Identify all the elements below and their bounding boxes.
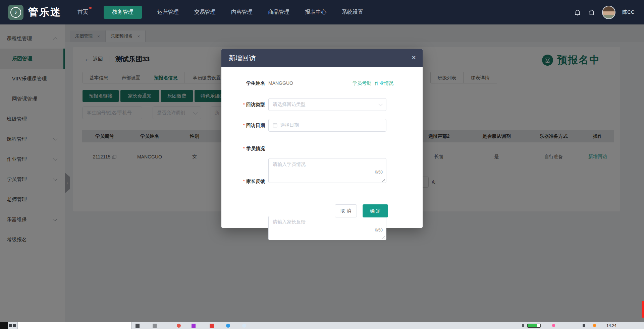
resize-handle-icon[interactable] (382, 179, 385, 182)
char-counter: 0/50 (375, 170, 383, 175)
confirm-button[interactable]: 确 定 (363, 204, 388, 217)
tray-icon[interactable] (583, 324, 585, 327)
orange-tray-icon[interactable] (593, 324, 596, 327)
user-name[interactable]: 陈CC (622, 9, 635, 15)
student-situation-label: *学员情况 (221, 146, 265, 152)
followup-date-label: *回访日期 (221, 119, 265, 132)
search-icon[interactable] (13, 324, 16, 327)
taskbar-search-box[interactable] (17, 322, 131, 329)
app-screen: ♪ 管乐迷 首页 教务管理 运营管理 交易管理 内容管理 商品管理 报表中心 系… (0, 0, 644, 329)
scrollbar-thumb[interactable] (642, 301, 644, 318)
home-icon[interactable] (588, 9, 595, 16)
followup-date-picker[interactable]: 选择日期 (268, 119, 386, 132)
cancel-button[interactable]: 取 消 (335, 204, 357, 217)
red-browser-icon[interactable] (177, 324, 181, 328)
nav-item-content[interactable]: 内容管理 (231, 9, 253, 16)
nav-item-settings[interactable]: 系统设置 (342, 9, 363, 16)
brand-logo-icon: ♪ (8, 5, 23, 20)
nav-item-goods[interactable]: 商品管理 (268, 9, 289, 16)
nav-item-academic[interactable]: 教务管理 (104, 6, 142, 19)
chevron-down-icon (378, 102, 383, 106)
add-followup-dialog: 新增回访 × 学生姓名 MANGGUO 学员考勤 作业情况 *回访类型 请选择回… (221, 49, 423, 228)
music-note-icon: ♪ (10, 7, 21, 18)
followup-type-select[interactable]: 请选择回访类型 (268, 98, 386, 111)
dialog-links: 学员考勤 作业情况 (353, 80, 393, 86)
red-app-icon[interactable] (210, 324, 214, 328)
avatar[interactable] (602, 6, 615, 19)
parent-feedback-textarea[interactable]: 请输入家长反馈 0/50 (268, 216, 386, 240)
calendar-icon (273, 123, 277, 128)
show-desktop-divider[interactable] (630, 322, 630, 329)
bell-icon[interactable] (574, 9, 581, 16)
dialog-footer: 取 消 确 定 (335, 204, 388, 217)
resize-handle-icon[interactable] (382, 236, 385, 239)
followup-type-label: *回访类型 (221, 98, 265, 111)
attendance-link[interactable]: 学员考勤 (353, 80, 371, 86)
top-navbar: ♪ 管乐迷 首页 教务管理 运营管理 交易管理 内容管理 商品管理 报表中心 系… (0, 0, 644, 24)
student-situation-textarea[interactable]: 请输入学员情况 0/50 (268, 158, 386, 183)
window-icon[interactable] (136, 324, 140, 328)
start-button[interactable] (0, 322, 8, 329)
os-taskbar: 14:24 (0, 322, 644, 329)
task-view-icon[interactable] (9, 324, 12, 327)
brand[interactable]: ♪ 管乐迷 (8, 5, 61, 20)
nav-item-reports[interactable]: 报表中心 (305, 9, 326, 16)
homework-link[interactable]: 作业情况 (375, 80, 393, 86)
nav-right: 陈CC (574, 0, 635, 24)
blue-app-icon[interactable] (226, 324, 230, 328)
files-icon[interactable] (153, 324, 157, 328)
purple-app-icon[interactable] (192, 324, 196, 328)
student-name-label: 学生姓名 (221, 80, 265, 86)
nav-menu: 首页 教务管理 运营管理 交易管理 内容管理 商品管理 报表中心 系统设置 (77, 6, 363, 19)
light-app-icon[interactable] (242, 324, 246, 328)
brand-name: 管乐迷 (28, 5, 61, 19)
clock[interactable]: 14:24 (606, 322, 616, 329)
pink-tray-icon[interactable] (552, 324, 555, 327)
dialog-title: 新增回访 (229, 49, 423, 67)
nav-item-operations[interactable]: 运营管理 (157, 9, 179, 16)
nav-item-trade[interactable]: 交易管理 (194, 9, 216, 16)
battery-icon[interactable] (527, 324, 541, 328)
parent-feedback-label: *家长反馈 (221, 179, 265, 185)
student-name-value: MANGGUO (268, 80, 293, 86)
close-icon[interactable]: × (412, 49, 416, 66)
nav-item-home[interactable]: 首页 (77, 9, 88, 16)
tray-icon[interactable] (522, 324, 524, 327)
char-counter: 0/50 (375, 228, 383, 233)
dialog-header: 新增回访 × (221, 49, 423, 67)
notification-dot-icon (89, 7, 92, 9)
